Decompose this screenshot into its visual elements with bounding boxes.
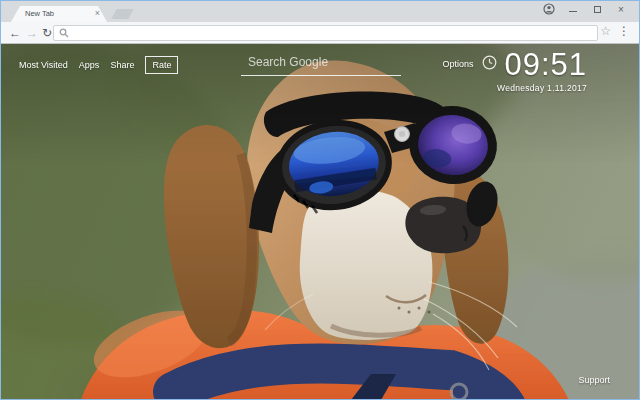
- search-icon: [59, 28, 69, 38]
- bookmark-star-icon[interactable]: ☆: [600, 24, 611, 38]
- tab-close-icon[interactable]: ×: [95, 8, 100, 18]
- clock-time: 09:51: [504, 49, 587, 80]
- profile-icon[interactable]: [537, 1, 561, 17]
- options-link[interactable]: Options: [442, 59, 473, 69]
- support-link[interactable]: Support: [578, 375, 610, 385]
- new-tab-button[interactable]: [111, 9, 133, 19]
- newtab-nav: Most Visited Apps Share Rate: [19, 56, 178, 74]
- menu-icon[interactable]: ⋮: [618, 24, 630, 38]
- reload-button[interactable]: ↻: [42, 25, 52, 41]
- window-controls: ×: [537, 1, 633, 17]
- forward-button[interactable]: →: [26, 25, 38, 41]
- clock-icon: [482, 55, 497, 70]
- nav-rate[interactable]: Rate: [145, 56, 178, 74]
- wallpaper-dog-photo: [1, 44, 639, 399]
- google-search-input[interactable]: [241, 52, 401, 76]
- address-input[interactable]: [73, 27, 597, 39]
- clock-widget: Options 09:51 Wednesday 1.11.2017: [442, 49, 587, 93]
- nav-share[interactable]: Share: [110, 60, 134, 70]
- nav-most-visited[interactable]: Most Visited: [19, 60, 68, 70]
- back-button[interactable]: ←: [9, 25, 21, 41]
- tab-title: New Tab: [25, 9, 54, 18]
- tab-strip: New Tab × ×: [1, 1, 639, 22]
- nav-apps[interactable]: Apps: [79, 60, 100, 70]
- browser-window: New Tab × × ← → ↻: [0, 0, 640, 400]
- google-search: [241, 52, 401, 76]
- close-button[interactable]: ×: [609, 1, 633, 17]
- maximize-button[interactable]: [585, 1, 609, 17]
- browser-toolbar: ← → ↻ ☆ ⋮: [1, 22, 639, 44]
- clock-date: Wednesday 1.11.2017: [442, 83, 587, 93]
- new-tab-page: Most Visited Apps Share Rate Options 09:…: [1, 44, 639, 399]
- address-bar[interactable]: [53, 25, 598, 41]
- tab-new-tab[interactable]: New Tab ×: [11, 6, 107, 22]
- minimize-button[interactable]: [561, 1, 585, 17]
